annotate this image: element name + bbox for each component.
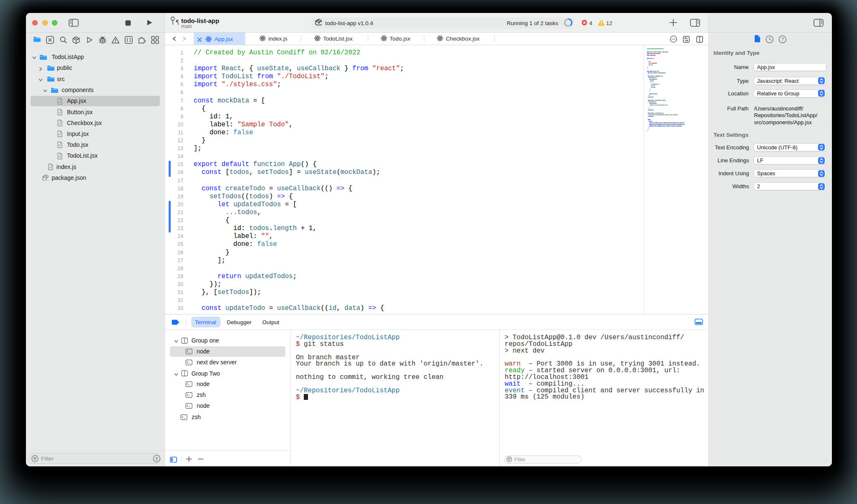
svg-text:?: ? (781, 37, 784, 42)
